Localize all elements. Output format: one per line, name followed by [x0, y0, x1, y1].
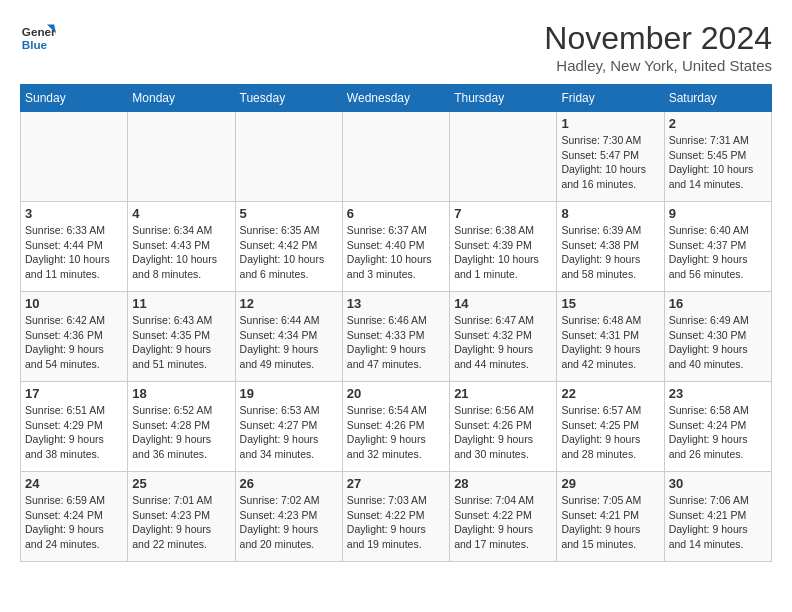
day-info: Sunrise: 6:33 AM Sunset: 4:44 PM Dayligh…	[25, 223, 123, 282]
day-info: Sunrise: 6:35 AM Sunset: 4:42 PM Dayligh…	[240, 223, 338, 282]
day-number: 9	[669, 206, 767, 221]
day-number: 2	[669, 116, 767, 131]
day-cell: 27Sunrise: 7:03 AM Sunset: 4:22 PM Dayli…	[342, 472, 449, 562]
column-header-tuesday: Tuesday	[235, 85, 342, 112]
day-cell: 9Sunrise: 6:40 AM Sunset: 4:37 PM Daylig…	[664, 202, 771, 292]
day-cell: 23Sunrise: 6:58 AM Sunset: 4:24 PM Dayli…	[664, 382, 771, 472]
day-cell: 1Sunrise: 7:30 AM Sunset: 5:47 PM Daylig…	[557, 112, 664, 202]
day-cell: 21Sunrise: 6:56 AM Sunset: 4:26 PM Dayli…	[450, 382, 557, 472]
day-number: 12	[240, 296, 338, 311]
day-cell	[450, 112, 557, 202]
day-number: 1	[561, 116, 659, 131]
column-header-wednesday: Wednesday	[342, 85, 449, 112]
day-number: 13	[347, 296, 445, 311]
day-cell	[21, 112, 128, 202]
day-number: 24	[25, 476, 123, 491]
day-cell: 19Sunrise: 6:53 AM Sunset: 4:27 PM Dayli…	[235, 382, 342, 472]
day-number: 27	[347, 476, 445, 491]
day-cell: 11Sunrise: 6:43 AM Sunset: 4:35 PM Dayli…	[128, 292, 235, 382]
day-cell	[235, 112, 342, 202]
day-info: Sunrise: 6:42 AM Sunset: 4:36 PM Dayligh…	[25, 313, 123, 372]
day-cell: 24Sunrise: 6:59 AM Sunset: 4:24 PM Dayli…	[21, 472, 128, 562]
day-info: Sunrise: 7:30 AM Sunset: 5:47 PM Dayligh…	[561, 133, 659, 192]
column-header-saturday: Saturday	[664, 85, 771, 112]
day-info: Sunrise: 6:59 AM Sunset: 4:24 PM Dayligh…	[25, 493, 123, 552]
day-cell: 30Sunrise: 7:06 AM Sunset: 4:21 PM Dayli…	[664, 472, 771, 562]
week-row-2: 3Sunrise: 6:33 AM Sunset: 4:44 PM Daylig…	[21, 202, 772, 292]
day-number: 5	[240, 206, 338, 221]
day-info: Sunrise: 7:04 AM Sunset: 4:22 PM Dayligh…	[454, 493, 552, 552]
week-row-3: 10Sunrise: 6:42 AM Sunset: 4:36 PM Dayli…	[21, 292, 772, 382]
day-cell: 22Sunrise: 6:57 AM Sunset: 4:25 PM Dayli…	[557, 382, 664, 472]
day-number: 3	[25, 206, 123, 221]
day-info: Sunrise: 7:06 AM Sunset: 4:21 PM Dayligh…	[669, 493, 767, 552]
day-cell	[128, 112, 235, 202]
day-number: 17	[25, 386, 123, 401]
column-header-thursday: Thursday	[450, 85, 557, 112]
day-number: 16	[669, 296, 767, 311]
day-number: 19	[240, 386, 338, 401]
day-cell: 18Sunrise: 6:52 AM Sunset: 4:28 PM Dayli…	[128, 382, 235, 472]
day-cell: 5Sunrise: 6:35 AM Sunset: 4:42 PM Daylig…	[235, 202, 342, 292]
day-info: Sunrise: 6:57 AM Sunset: 4:25 PM Dayligh…	[561, 403, 659, 462]
day-info: Sunrise: 7:31 AM Sunset: 5:45 PM Dayligh…	[669, 133, 767, 192]
day-info: Sunrise: 7:01 AM Sunset: 4:23 PM Dayligh…	[132, 493, 230, 552]
day-info: Sunrise: 6:48 AM Sunset: 4:31 PM Dayligh…	[561, 313, 659, 372]
day-number: 21	[454, 386, 552, 401]
day-info: Sunrise: 6:56 AM Sunset: 4:26 PM Dayligh…	[454, 403, 552, 462]
day-cell: 13Sunrise: 6:46 AM Sunset: 4:33 PM Dayli…	[342, 292, 449, 382]
day-number: 22	[561, 386, 659, 401]
day-number: 6	[347, 206, 445, 221]
day-number: 25	[132, 476, 230, 491]
day-cell: 20Sunrise: 6:54 AM Sunset: 4:26 PM Dayli…	[342, 382, 449, 472]
day-number: 15	[561, 296, 659, 311]
day-cell: 15Sunrise: 6:48 AM Sunset: 4:31 PM Dayli…	[557, 292, 664, 382]
day-cell: 14Sunrise: 6:47 AM Sunset: 4:32 PM Dayli…	[450, 292, 557, 382]
day-info: Sunrise: 6:38 AM Sunset: 4:39 PM Dayligh…	[454, 223, 552, 282]
day-info: Sunrise: 6:44 AM Sunset: 4:34 PM Dayligh…	[240, 313, 338, 372]
day-info: Sunrise: 7:02 AM Sunset: 4:23 PM Dayligh…	[240, 493, 338, 552]
logo-icon: General Blue	[20, 20, 56, 56]
day-cell: 6Sunrise: 6:37 AM Sunset: 4:40 PM Daylig…	[342, 202, 449, 292]
day-info: Sunrise: 7:03 AM Sunset: 4:22 PM Dayligh…	[347, 493, 445, 552]
day-number: 8	[561, 206, 659, 221]
day-info: Sunrise: 6:37 AM Sunset: 4:40 PM Dayligh…	[347, 223, 445, 282]
day-info: Sunrise: 6:40 AM Sunset: 4:37 PM Dayligh…	[669, 223, 767, 282]
day-cell: 7Sunrise: 6:38 AM Sunset: 4:39 PM Daylig…	[450, 202, 557, 292]
header-row: SundayMondayTuesdayWednesdayThursdayFrid…	[21, 85, 772, 112]
day-cell: 3Sunrise: 6:33 AM Sunset: 4:44 PM Daylig…	[21, 202, 128, 292]
day-cell: 10Sunrise: 6:42 AM Sunset: 4:36 PM Dayli…	[21, 292, 128, 382]
week-row-1: 1Sunrise: 7:30 AM Sunset: 5:47 PM Daylig…	[21, 112, 772, 202]
svg-text:Blue: Blue	[22, 38, 48, 51]
day-number: 20	[347, 386, 445, 401]
day-cell: 4Sunrise: 6:34 AM Sunset: 4:43 PM Daylig…	[128, 202, 235, 292]
day-info: Sunrise: 6:46 AM Sunset: 4:33 PM Dayligh…	[347, 313, 445, 372]
title-block: November 2024 Hadley, New York, United S…	[544, 20, 772, 74]
day-cell: 26Sunrise: 7:02 AM Sunset: 4:23 PM Dayli…	[235, 472, 342, 562]
day-number: 14	[454, 296, 552, 311]
month-title: November 2024	[544, 20, 772, 57]
day-number: 11	[132, 296, 230, 311]
day-cell: 8Sunrise: 6:39 AM Sunset: 4:38 PM Daylig…	[557, 202, 664, 292]
day-info: Sunrise: 6:51 AM Sunset: 4:29 PM Dayligh…	[25, 403, 123, 462]
day-info: Sunrise: 6:43 AM Sunset: 4:35 PM Dayligh…	[132, 313, 230, 372]
day-number: 18	[132, 386, 230, 401]
column-header-monday: Monday	[128, 85, 235, 112]
day-info: Sunrise: 6:52 AM Sunset: 4:28 PM Dayligh…	[132, 403, 230, 462]
day-info: Sunrise: 6:34 AM Sunset: 4:43 PM Dayligh…	[132, 223, 230, 282]
day-cell: 17Sunrise: 6:51 AM Sunset: 4:29 PM Dayli…	[21, 382, 128, 472]
day-info: Sunrise: 6:49 AM Sunset: 4:30 PM Dayligh…	[669, 313, 767, 372]
day-cell: 16Sunrise: 6:49 AM Sunset: 4:30 PM Dayli…	[664, 292, 771, 382]
calendar-table: SundayMondayTuesdayWednesdayThursdayFrid…	[20, 84, 772, 562]
day-number: 7	[454, 206, 552, 221]
day-cell: 29Sunrise: 7:05 AM Sunset: 4:21 PM Dayli…	[557, 472, 664, 562]
page-header: General Blue November 2024 Hadley, New Y…	[20, 20, 772, 74]
location-title: Hadley, New York, United States	[544, 57, 772, 74]
day-cell	[342, 112, 449, 202]
column-header-friday: Friday	[557, 85, 664, 112]
day-cell: 2Sunrise: 7:31 AM Sunset: 5:45 PM Daylig…	[664, 112, 771, 202]
day-cell: 12Sunrise: 6:44 AM Sunset: 4:34 PM Dayli…	[235, 292, 342, 382]
column-header-sunday: Sunday	[21, 85, 128, 112]
day-number: 10	[25, 296, 123, 311]
day-number: 29	[561, 476, 659, 491]
